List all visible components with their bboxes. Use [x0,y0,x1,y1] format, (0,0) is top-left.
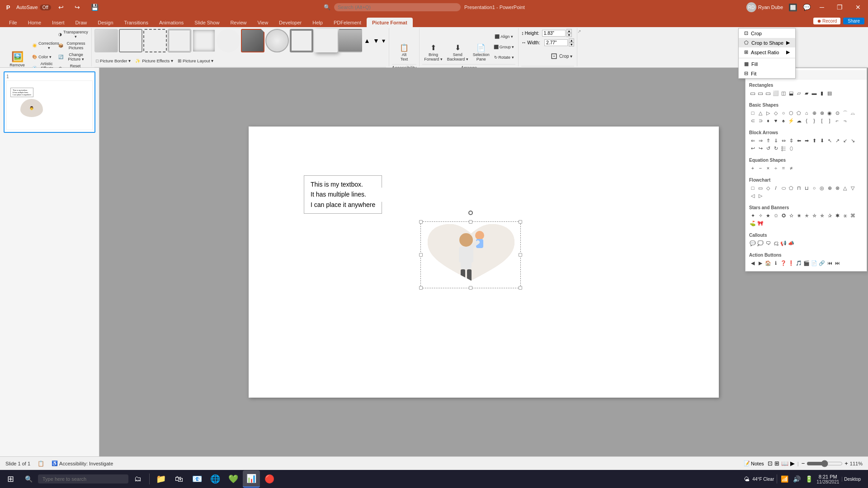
action-12[interactable]: ⏭ [834,259,841,267]
pic-style-4[interactable] [168,29,191,52]
action-8[interactable]: 🎬 [803,259,810,267]
flow-8[interactable]: ⊔ [803,184,810,192]
crop-item-shape[interactable]: ⬠ Crop to Shape ▶ [739,38,795,47]
flow-2[interactable]: ▭ [757,184,764,192]
basic-22[interactable]: { [803,117,810,124]
arrow-10[interactable]: ⬇ [818,137,826,144]
basic-12[interactable]: ⊙ [834,109,841,117]
crop-button[interactable]: ⊡ Crop ▾ [521,48,574,64]
search-button-taskbar[interactable]: 🔍 [20,470,37,488]
action-10[interactable]: 🔗 [818,259,826,267]
tab-view[interactable]: View [252,18,274,27]
arrow-9[interactable]: ⬆ [811,137,818,144]
task-view-button[interactable]: 🗂 [129,470,146,488]
callout-5[interactable]: 📢 [780,239,787,247]
star-1[interactable]: ✦ [749,212,756,219]
tab-transitions[interactable]: Transitions [119,18,154,27]
star-6[interactable]: ✫ [788,212,795,219]
star-7[interactable]: ✬ [795,212,802,219]
transparency-button[interactable]: ◑ Transparency ▾ [57,29,89,40]
user-area[interactable]: RD Ryan Dube [746,2,783,12]
basic-6[interactable]: ⬡ [788,109,795,117]
size-dialog-launcher[interactable]: ↗ [577,29,581,34]
basic-1[interactable]: □ [749,109,756,117]
notes-button[interactable]: 📝 Notes [744,460,764,466]
comment-icon[interactable]: 💬 [803,4,811,11]
callout-2[interactable]: 💭 [757,239,764,247]
width-up-button[interactable]: ▲ [569,38,574,42]
eq-5[interactable]: = [780,164,787,172]
undo-button[interactable]: ↩ [55,2,67,13]
handle-mr[interactable] [519,253,522,257]
basic-15[interactable]: ⊂ [749,117,756,124]
rect-shape-4[interactable]: ⬜ [772,89,779,97]
star-3[interactable]: ★ [764,212,772,219]
taskbar-app2[interactable]: 💚 [225,470,242,488]
handle-tl[interactable] [419,220,423,224]
basic-4[interactable]: ◇ [772,109,779,117]
action-2[interactable]: ▶ [757,259,764,267]
pic-style-5[interactable] [192,29,216,52]
clock[interactable]: 8:21 PM 11/28/2021 [816,474,839,484]
arrow-19[interactable]: ⬱ [780,145,787,152]
flow-9[interactable]: ○ [811,184,818,192]
basic-10[interactable]: ⊗ [818,109,826,117]
zoom-slider[interactable] [807,460,843,467]
tab-home[interactable]: Home [23,18,47,27]
eq-1[interactable]: + [749,164,756,172]
flow-15[interactable]: ◁ [749,192,756,199]
action-7[interactable]: 🎵 [795,259,802,267]
arrow-15[interactable]: ↩ [749,145,756,152]
action-3[interactable]: 🏠 [764,259,772,267]
width-down-button[interactable]: ▼ [569,42,574,47]
star-5[interactable]: ✪ [780,212,787,219]
taskbar-search-input[interactable] [38,474,128,483]
slide-sorter-button[interactable]: ⊞ [774,460,779,467]
arrow-13[interactable]: ↙ [841,137,849,144]
rect-shape-1[interactable]: ▭ [749,89,756,97]
slideshow-button[interactable]: ▶ [790,460,795,467]
pic-style-8[interactable] [265,29,289,52]
tab-picture-format[interactable]: Picture Format [367,18,413,27]
star-4[interactable]: ✩ [772,212,779,219]
action-11[interactable]: ⏮ [826,259,833,267]
crop-item-fit[interactable]: ⊟ Fit [739,69,795,78]
flow-10[interactable]: ◎ [818,184,826,192]
taskbar-app3[interactable]: 🔴 [261,470,278,488]
flow-14[interactable]: ▽ [849,184,856,192]
pic-style-7[interactable] [241,29,264,52]
arrow-18[interactable]: ↻ [772,145,779,152]
rect-shape-11[interactable]: ▤ [826,89,833,97]
redo-button[interactable]: ↪ [71,2,84,13]
pic-style-10[interactable] [314,29,338,52]
star-14[interactable]: ⌘ [849,212,856,219]
eq-4[interactable]: ÷ [772,164,779,172]
flow-1[interactable]: □ [749,184,756,192]
star-13[interactable]: ⚹ [841,212,849,219]
basic-13[interactable]: ⌒ [841,109,849,117]
rotate-handle[interactable] [468,211,473,215]
star-10[interactable]: ✯ [818,212,826,219]
rect-shape-10[interactable]: ▮ [818,89,826,97]
alt-text-button[interactable]: 📋 AltText [394,29,414,62]
record-button[interactable]: ⏺ Record [813,18,840,24]
basic-3[interactable]: ▷ [764,109,772,117]
rect-shape-5[interactable]: ◫ [780,89,787,97]
taskbar-app1[interactable]: 🌐 [207,470,224,488]
arrow-14[interactable]: ↘ [849,137,856,144]
basic-8[interactable]: ⌂ [803,109,810,117]
change-picture-button[interactable]: 🔄 Change Picture ▾ [57,52,89,62]
bring-forward-button[interactable]: ⬆ BringForward ▾ [422,29,444,62]
desktop-label[interactable]: Desktop [842,477,863,482]
picture-effects-button[interactable]: ✨ Picture Effects ▾ [134,56,175,65]
basic-18[interactable]: ♥ [772,117,779,124]
basic-14[interactable]: ⌓ [849,109,856,117]
star-8[interactable]: ✭ [803,212,810,219]
pic-style-1[interactable] [94,29,118,52]
height-input[interactable] [542,30,566,37]
styles-more[interactable]: ▾ [381,36,386,45]
handle-tm[interactable] [469,220,472,224]
callout-3[interactable]: 🗨 [764,239,772,247]
arrow-2[interactable]: ⇒ [757,137,764,144]
flow-6[interactable]: ⬠ [788,184,795,192]
